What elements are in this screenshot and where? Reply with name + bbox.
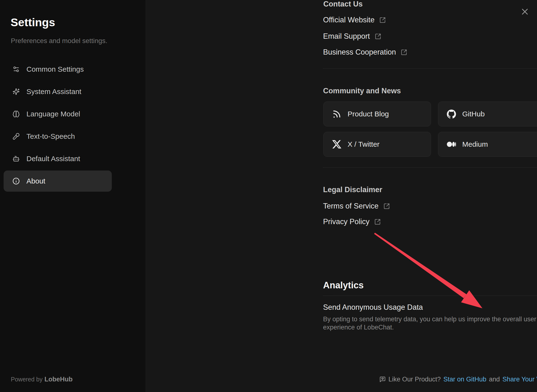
sidebar-item-default-assistant[interactable]: Default Assistant <box>4 148 112 169</box>
brain-icon <box>12 110 20 118</box>
share-feedback-link[interactable]: Share Your Valuable Feedback <box>502 376 537 383</box>
section-divider <box>323 167 537 168</box>
official-website-link[interactable]: Official Website <box>323 14 386 26</box>
external-link-icon <box>375 33 381 40</box>
terms-of-service-link[interactable]: Terms of Service <box>323 200 390 212</box>
close-button[interactable] <box>519 6 531 17</box>
sliders-icon <box>12 66 20 73</box>
sidebar-item-label: Text-to-Speech <box>26 132 75 140</box>
sidebar-item-label: About <box>26 177 45 185</box>
x-twitter-button[interactable]: X / Twitter <box>323 132 431 157</box>
external-link-icon <box>401 49 407 56</box>
x-twitter-icon <box>332 140 341 149</box>
external-link-icon <box>374 219 381 225</box>
usage-data-label: Send Anonymous Usage Data <box>323 303 423 312</box>
sidebar-item-about[interactable]: About <box>4 171 112 192</box>
sidebar-item-language-model[interactable]: Language Model <box>4 103 112 125</box>
business-cooperation-link[interactable]: Business Cooperation <box>323 46 407 58</box>
powered-by: Powered byLobeHub <box>11 376 73 383</box>
section-divider <box>323 296 537 296</box>
community-heading: Community and News <box>323 87 401 95</box>
message-square-heart-icon <box>379 376 386 383</box>
rss-icon <box>332 109 341 119</box>
github-button[interactable]: GitHub <box>438 101 537 126</box>
privacy-policy-link[interactable]: Privacy Policy <box>323 216 381 228</box>
legal-heading: Legal Disclaimer <box>323 185 382 194</box>
settings-sidebar: Settings Preferences and model settings.… <box>0 0 146 392</box>
info-icon <box>12 177 20 185</box>
external-link-icon <box>379 17 386 23</box>
lobehub-logo: LobeHub <box>44 376 73 383</box>
sidebar-item-label: Common Settings <box>26 65 84 73</box>
sidebar-item-common-settings[interactable]: Common Settings <box>4 59 112 80</box>
sidebar-item-text-to-speech[interactable]: Text-to-Speech <box>4 126 112 147</box>
medium-icon <box>447 140 456 149</box>
panel-footer: Like Our Product? Star on GitHub and Sha… <box>292 376 537 383</box>
page-subtitle: Preferences and model settings. <box>11 37 107 45</box>
github-icon <box>447 109 456 119</box>
footer-prefix: Like Our Product? <box>388 376 441 383</box>
sidebar-item-label: System Assistant <box>26 88 81 96</box>
sidebar-nav: Common Settings System Assistant Languag… <box>4 59 112 193</box>
footer-middle: and <box>489 376 500 383</box>
medium-button[interactable]: Medium <box>438 132 537 157</box>
email-support-link[interactable]: Email Support <box>323 31 381 42</box>
close-icon <box>521 8 529 15</box>
sparkles-icon <box>12 88 20 95</box>
mic-icon <box>12 133 20 140</box>
about-settings-panel: Contact Us Official Website Email Suppor… <box>146 0 537 392</box>
page-title: Settings <box>11 16 55 29</box>
sidebar-item-system-assistant[interactable]: System Assistant <box>4 81 112 102</box>
star-on-github-link[interactable]: Star on GitHub <box>443 376 487 383</box>
usage-data-description: By opting to send telemetry data, you ca… <box>323 315 537 331</box>
sidebar-item-label: Language Model <box>26 110 80 118</box>
section-divider <box>323 68 537 69</box>
contact-us-heading: Contact Us <box>323 0 363 8</box>
analytics-heading: Analytics <box>323 280 364 291</box>
bot-icon <box>12 155 20 162</box>
sidebar-item-label: Default Assistant <box>26 155 80 163</box>
product-blog-button[interactable]: Product Blog <box>323 101 431 126</box>
external-link-icon <box>383 203 390 209</box>
